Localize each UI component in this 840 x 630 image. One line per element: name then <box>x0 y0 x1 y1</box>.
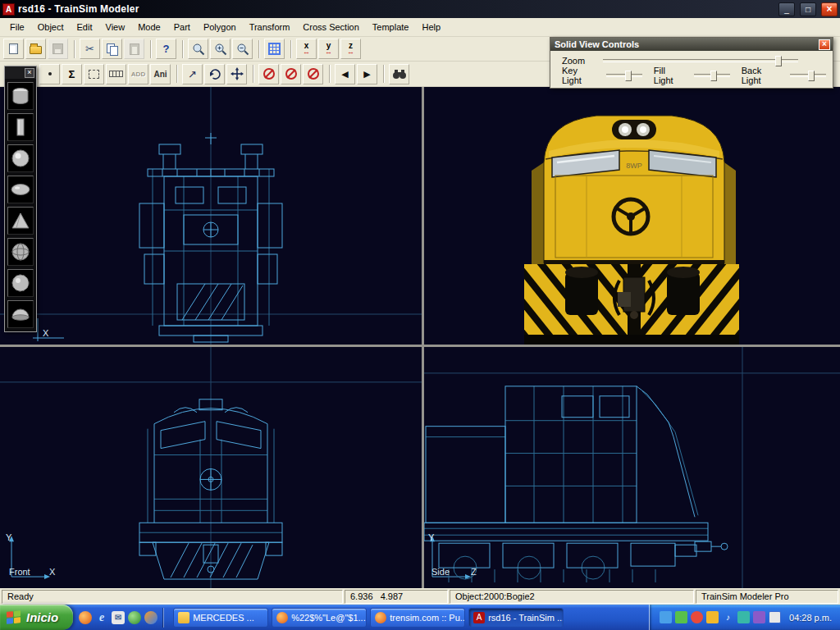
zoom-window-button[interactable] <box>188 39 208 59</box>
viewport-front[interactable] <box>0 347 422 588</box>
rotate-tool-button[interactable] <box>204 64 225 84</box>
fill-light-thumb[interactable] <box>710 71 717 81</box>
tool-ellipsoid-button[interactable] <box>7 176 34 203</box>
taskbar-item-mercedes[interactable]: MERCEDES ... <box>173 608 268 628</box>
axis-lock-z-button[interactable] <box>303 64 323 84</box>
next-part-button[interactable]: ▶ <box>357 64 377 84</box>
save-button[interactable] <box>48 39 68 59</box>
menu-item-edit[interactable]: Edit <box>71 19 99 35</box>
tool-cylinder-button[interactable] <box>7 82 34 110</box>
move-tool-button[interactable] <box>226 64 247 84</box>
marquee-select-button[interactable] <box>84 64 104 84</box>
solid-view-controls-titlebar[interactable]: Solid View Controls × <box>550 38 833 51</box>
tray-antivirus-icon[interactable] <box>675 611 687 623</box>
animate-button[interactable]: Ani <box>150 64 171 84</box>
tray-alert-icon[interactable] <box>706 611 719 623</box>
arrow-tool-button[interactable]: ↗ <box>182 64 203 84</box>
constrain-z-button[interactable]: z↔ <box>340 39 361 59</box>
tray-network-icon[interactable] <box>660 611 672 623</box>
constrain-x-button[interactable]: x↔ <box>296 39 317 59</box>
viewport-side[interactable] <box>424 347 840 588</box>
back-light-thumb[interactable] <box>808 71 815 81</box>
taskbar-item-trensim[interactable]: trensim.com :: Pu... <box>370 608 465 628</box>
cut-button[interactable]: ✂ <box>80 39 100 59</box>
menu-item-file[interactable]: File <box>3 19 31 35</box>
top-view-wireframe <box>0 87 422 345</box>
taskbar-item-rsd16[interactable]: A rsd16 - TrainSim ... <box>468 608 564 628</box>
grid-toggle-button[interactable] <box>264 39 285 59</box>
task-buttons: MERCEDES ... %22$%"Le@"$1... trensim.com… <box>171 608 565 628</box>
fill-light-slider[interactable] <box>694 74 730 77</box>
menu-item-help[interactable]: Help <box>415 19 447 35</box>
axis-lock-x-button[interactable] <box>258 64 279 84</box>
axis-lock-y-button[interactable] <box>281 64 301 84</box>
tray-messenger-icon[interactable] <box>737 611 750 623</box>
add-button[interactable]: ADD <box>128 64 148 84</box>
tool-sphere-button[interactable] <box>7 144 34 172</box>
measure-button[interactable] <box>106 64 126 84</box>
point-mode-button[interactable] <box>39 64 60 84</box>
maximize-button[interactable]: □ <box>800 2 816 16</box>
key-light-slider[interactable] <box>606 74 642 77</box>
viewport-top[interactable] <box>0 87 422 345</box>
menu-item-view[interactable]: View <box>99 19 132 35</box>
minimize-button[interactable]: _ <box>778 2 795 16</box>
back-light-slider[interactable] <box>790 74 826 77</box>
close-button[interactable]: × <box>821 2 838 16</box>
key-light-thumb[interactable] <box>625 71 632 81</box>
tray-scheduler-icon[interactable] <box>753 611 765 623</box>
close-icon[interactable]: × <box>819 39 830 50</box>
menu-item-object[interactable]: Object <box>31 19 71 35</box>
tool-cone-button[interactable] <box>7 207 34 235</box>
paste-button[interactable] <box>124 39 144 59</box>
menu-item-part[interactable]: Part <box>167 19 197 35</box>
menu-item-transform[interactable]: Transform <box>243 19 297 35</box>
window-titlebar[interactable]: A rsd16 - TrainSim Modeler _ □ × <box>0 0 840 18</box>
messenger-icon[interactable] <box>128 611 141 624</box>
find-button[interactable] <box>389 64 409 84</box>
shape-palette-titlebar[interactable]: × <box>5 66 36 79</box>
close-icon[interactable]: × <box>25 68 34 78</box>
new-button[interactable] <box>3 39 24 59</box>
firefox-icon <box>276 612 288 623</box>
zoom-slider[interactable] <box>603 59 798 62</box>
status-app-name: TrainSim Modeler Pro <box>696 590 838 604</box>
tool-box-button[interactable] <box>7 113 34 141</box>
viewport-render[interactable]: 8WP <box>424 87 840 345</box>
key-light-label: Key Light <box>562 66 600 85</box>
internet-explorer-icon[interactable]: e <box>95 611 108 624</box>
help-button[interactable]: ? <box>156 39 176 59</box>
viewport-horizontal-splitter[interactable] <box>0 345 840 347</box>
front-view-axis-y-label: Y <box>6 532 11 542</box>
app-icon: A <box>2 3 15 16</box>
menu-item-cross-section[interactable]: Cross Section <box>296 19 365 35</box>
mail-icon[interactable]: ✉ <box>112 611 125 624</box>
menu-item-mode[interactable]: Mode <box>131 19 167 35</box>
zoom-slider-thumb[interactable] <box>775 56 782 66</box>
viewport-area: 8WP <box>0 87 840 588</box>
locomotive-render: 8WP <box>424 87 840 345</box>
tool-textured-sphere-button[interactable] <box>7 269 34 297</box>
copy-button[interactable] <box>102 39 122 59</box>
previous-part-button[interactable]: ◀ <box>335 64 355 84</box>
zoom-in-button[interactable] <box>210 39 231 59</box>
tool-geosphere-button[interactable] <box>7 238 34 266</box>
open-button[interactable] <box>25 39 46 59</box>
tray-display-icon[interactable] <box>769 611 781 623</box>
sum-button[interactable]: Σ <box>62 64 82 84</box>
volume-icon[interactable]: ♪ <box>722 611 734 623</box>
tool-hemisphere-button[interactable] <box>7 300 34 328</box>
zoom-out-button[interactable] <box>232 39 253 59</box>
start-button[interactable]: Inicio <box>0 605 73 630</box>
add-label: ADD <box>131 71 145 78</box>
side-view-wireframe <box>424 347 840 588</box>
menu-item-template[interactable]: Template <box>366 19 416 35</box>
taskbar-item-browser-1[interactable]: %22$%"Le@"$1... <box>272 608 367 628</box>
tray-update-icon[interactable] <box>691 611 703 623</box>
media-player-icon[interactable] <box>144 611 158 624</box>
menu-item-polygon[interactable]: Polygon <box>197 19 243 35</box>
firefox-icon[interactable] <box>79 611 92 624</box>
constrain-y-button[interactable]: y↔ <box>318 39 339 59</box>
taskbar-clock[interactable]: 04:28 p.m. <box>789 613 832 623</box>
viewport-vertical-splitter[interactable] <box>422 87 424 588</box>
